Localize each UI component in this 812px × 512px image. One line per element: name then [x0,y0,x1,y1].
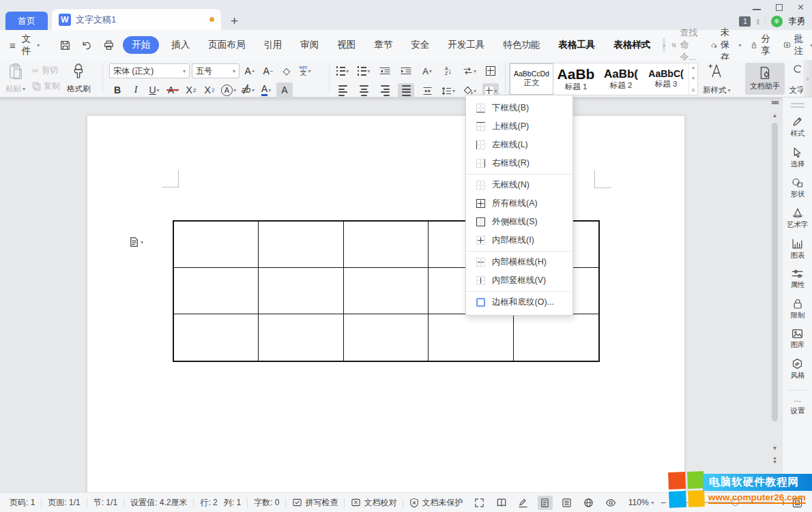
username[interactable]: 李勇 [788,16,805,27]
table-cell[interactable] [259,222,343,268]
share-button[interactable]: 分享 [751,33,774,57]
sidebar-item-select[interactable]: 选择 [790,147,805,168]
minimize-button[interactable] [753,9,761,10]
menu-item-border-all[interactable]: 所有框线(A) [466,194,572,213]
table-cell[interactable] [344,314,429,361]
bold-button[interactable]: B [109,82,126,97]
strikethrough-button[interactable]: A▾ [164,82,181,97]
table-cell[interactable] [259,268,343,314]
align-center-button[interactable] [356,83,372,98]
align-right-button[interactable] [377,83,393,98]
tab-setting-button[interactable] [482,63,499,78]
zoom-out-button[interactable]: − [661,497,666,508]
new-tab-button[interactable]: + [231,14,238,27]
menu-tab-insert[interactable]: 插入 [165,36,196,54]
menu-item-border-outside[interactable]: 外侧框线(S) [466,213,572,231]
scroll-down-button[interactable]: ▼ [772,445,778,451]
sidebar-item-styles[interactable]: 样式 [790,116,805,137]
sidebar-item-chart[interactable]: 图表 [790,238,805,259]
underline-button[interactable]: U▾ [146,82,162,97]
home-tab-button[interactable]: 首页 [5,12,48,30]
menu-tab-page-layout[interactable]: 页面布局 [202,36,251,54]
numbered-list-button[interactable]: ▾ [356,63,372,78]
read-view-button[interactable] [494,496,509,510]
superscript-button[interactable]: X2 [183,82,199,97]
gallery-menu-button[interactable]: ≡ [691,87,695,93]
status-page[interactable]: 页面: 1/1 [48,497,80,509]
table-cell[interactable] [174,222,259,268]
character-shading-button[interactable]: A [276,82,293,97]
maximize-button[interactable] [776,4,783,11]
show-marks-button[interactable]: ▾ [461,63,478,78]
sidebar-item-wordart[interactable]: 艺术字 [786,207,809,228]
menu-tab-review[interactable]: 审阅 [294,36,325,54]
sidebar-item-style[interactable]: 风格 [790,358,805,379]
menu-tab-table-tools[interactable]: 表格工具 [552,36,601,54]
menu-tab-references[interactable]: 引用 [257,36,288,54]
print-button[interactable] [101,40,117,51]
copy-button[interactable]: 复制 [32,80,60,92]
text-effect-button[interactable]: A▾ [419,63,435,78]
document-canvas[interactable]: ▾ ▲ ▼ ▼▼ [0,97,782,492]
scrollbar-thumb[interactable] [772,123,778,421]
ribbon-expand-strip[interactable]: › [803,60,812,97]
font-name-select[interactable]: 宋体 (正文)▾ [109,63,190,78]
table-cell[interactable] [514,314,598,361]
enclose-character-button[interactable]: A▾ [220,82,237,97]
gallery-scroll-down[interactable]: ▾ [692,76,695,81]
bullet-list-button[interactable]: ▾ [334,63,351,78]
menu-tab-section[interactable]: 章节 [368,36,398,54]
table-cell[interactable] [344,222,429,268]
split-window-icon[interactable]: ‖ [756,18,759,26]
vertical-scrollbar[interactable]: ▲ ▼ ▼▼ [770,99,780,491]
zoom-level-button[interactable]: 110%▾ [628,498,654,507]
sidebar-item-restrict[interactable]: 限制 [790,298,805,319]
save-button[interactable] [57,40,73,51]
style-heading3[interactable]: AaBbC(标题 3 [643,63,688,95]
ruler-toggle-icon[interactable] [771,100,779,107]
font-color-button[interactable]: A▾ [258,82,274,97]
sort-button[interactable]: AZ↓ [440,63,456,78]
menu-item-border-right[interactable]: 右框线(R) [466,154,572,172]
highlight-button[interactable]: ab▾ [240,82,256,97]
menu-tab-home[interactable]: 开始 [123,36,159,54]
search-command[interactable]: 查找命令... [671,27,701,63]
menu-item-border-none[interactable]: 无框线(N) [466,176,572,194]
table-cell[interactable] [344,268,429,314]
style-normal[interactable]: AaBbCcDd正文 [510,63,553,95]
clear-format-button[interactable]: ◇ [278,63,295,78]
menu-tab-table-style[interactable]: 表格样式 [607,36,656,54]
distribute-button[interactable] [419,83,435,98]
scroll-up-button[interactable]: ▲ [772,112,778,119]
status-setting-value[interactable]: 设置值: 4.2厘米 [130,497,187,509]
menu-tab-special-features[interactable]: 特色功能 [497,36,546,54]
format-painter-button[interactable]: 格式刷 [67,63,91,94]
more-tabs-button[interactable]: › [663,37,665,52]
menu-item-border-bottom[interactable]: 下框线(B) [466,99,572,117]
window-count-badge[interactable]: 1 [739,16,751,27]
comment-button[interactable]: 批注▾ [783,33,812,57]
table-cell[interactable] [174,268,259,314]
sidebar-handle[interactable] [791,103,804,108]
menu-item-border-inside-horizontal[interactable]: 内部横框线(H) [466,253,572,271]
sidebar-item-gallery[interactable]: 图库 [790,329,805,348]
subscript-button[interactable]: X2 [201,82,218,97]
table-cell[interactable] [259,314,343,361]
shrink-font-button[interactable]: A− [260,63,276,78]
save-status-button[interactable]: 未保存▾ [711,27,742,63]
pinyin-guide-button[interactable]: wén文▾ [297,63,313,78]
eye-protect-button[interactable] [603,496,618,510]
web-view-button[interactable] [581,496,596,510]
new-style-button[interactable]: 新样式▾ [703,63,731,95]
spell-check-button[interactable]: 拼写检查 [292,497,338,509]
close-button[interactable]: × [798,2,804,13]
decrease-indent-button[interactable] [377,63,393,78]
increase-indent-button[interactable] [398,63,414,78]
doc-assistant-button[interactable]: 文档助手 [745,63,785,95]
justify-button[interactable] [398,83,414,98]
file-menu[interactable]: 文件 [22,33,31,57]
cut-button[interactable]: ✂剪切 [32,65,60,76]
menu-item-borders-and-shading[interactable]: 边框和底纹(O)... [466,293,572,312]
doc-proof-button[interactable]: 文档校对 [351,497,396,509]
paste-button[interactable]: 粘贴▾ [5,63,25,94]
